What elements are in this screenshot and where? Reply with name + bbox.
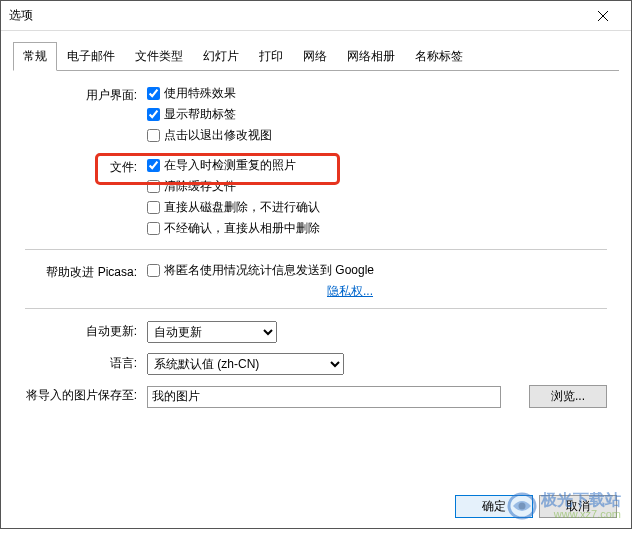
check-clear-cache-label: 清除缓存文件	[164, 178, 236, 195]
label-improve: 帮助改进 Picasa:	[25, 262, 147, 281]
cancel-button[interactable]: 取消	[539, 495, 617, 518]
language-select[interactable]: 系统默认值 (zh-CN)	[147, 353, 344, 375]
check-send-stats[interactable]	[147, 264, 160, 277]
window-title: 选项	[9, 7, 583, 24]
check-album-delete-noconfirm-label: 不经确认，直接从相册中删除	[164, 220, 320, 237]
saveloc-input[interactable]	[147, 386, 501, 408]
check-clear-cache[interactable]	[147, 180, 160, 193]
row-file: 文件: 在导入时检测重复的照片 清除缓存文件 直接从磁盘删除，不进行确认 不经确…	[25, 157, 607, 241]
label-file: 文件:	[25, 157, 147, 176]
check-click-exit-edit[interactable]	[147, 129, 160, 142]
tab-strip: 常规 电子邮件 文件类型 幻灯片 打印 网络 网络相册 名称标签	[13, 41, 619, 71]
tab-slideshow[interactable]: 幻灯片	[193, 42, 249, 71]
check-album-delete-noconfirm[interactable]	[147, 222, 160, 235]
tab-network[interactable]: 网络	[293, 42, 337, 71]
ok-button[interactable]: 确定	[455, 495, 533, 518]
check-help-labels[interactable]	[147, 108, 160, 121]
browse-button[interactable]: 浏览...	[529, 385, 607, 408]
tab-filetypes[interactable]: 文件类型	[125, 42, 193, 71]
check-special-effects[interactable]	[147, 87, 160, 100]
close-icon	[598, 11, 608, 21]
label-saveloc: 将导入的图片保存至:	[25, 385, 147, 404]
row-improve: 帮助改进 Picasa: 将匿名使用情况统计信息发送到 Google 隐私权..…	[25, 262, 607, 300]
check-detect-dup-label: 在导入时检测重复的照片	[164, 157, 296, 174]
label-ui: 用户界面:	[25, 85, 147, 104]
close-button[interactable]	[583, 2, 623, 30]
options-dialog: 选项 常规 电子邮件 文件类型 幻灯片 打印 网络 网络相册 名称标签 用户界面…	[0, 0, 632, 529]
label-language: 语言:	[25, 353, 147, 372]
tab-general[interactable]: 常规	[13, 42, 57, 71]
check-send-stats-label: 将匿名使用情况统计信息发送到 Google	[164, 262, 374, 279]
tab-body-general: 用户界面: 使用特殊效果 显示帮助标签 点击以退出修改视图 文件: 在导入时检测…	[13, 71, 619, 419]
row-ui: 用户界面: 使用特殊效果 显示帮助标签 点击以退出修改视图	[25, 85, 607, 148]
tab-print[interactable]: 打印	[249, 42, 293, 71]
tab-webalbum[interactable]: 网络相册	[337, 42, 405, 71]
tab-nametag[interactable]: 名称标签	[405, 42, 473, 71]
tab-email[interactable]: 电子邮件	[57, 42, 125, 71]
check-delete-noconfirm-label: 直接从磁盘删除，不进行确认	[164, 199, 320, 216]
check-detect-dup[interactable]	[147, 159, 160, 172]
autoupdate-select[interactable]: 自动更新	[147, 321, 277, 343]
row-saveloc: 将导入的图片保存至: 浏览...	[25, 385, 607, 408]
label-autoupdate: 自动更新:	[25, 321, 147, 340]
check-special-effects-label: 使用特殊效果	[164, 85, 236, 102]
check-click-exit-edit-label: 点击以退出修改视图	[164, 127, 272, 144]
button-bar: 确定 取消	[449, 495, 617, 518]
separator-2	[25, 308, 607, 309]
titlebar: 选项	[1, 1, 631, 31]
check-help-labels-label: 显示帮助标签	[164, 106, 236, 123]
row-autoupdate: 自动更新: 自动更新	[25, 321, 607, 343]
check-delete-noconfirm[interactable]	[147, 201, 160, 214]
separator-1	[25, 249, 607, 250]
content-area: 常规 电子邮件 文件类型 幻灯片 打印 网络 网络相册 名称标签 用户界面: 使…	[1, 31, 631, 419]
row-language: 语言: 系统默认值 (zh-CN)	[25, 353, 607, 375]
privacy-link[interactable]: 隐私权...	[327, 284, 373, 298]
